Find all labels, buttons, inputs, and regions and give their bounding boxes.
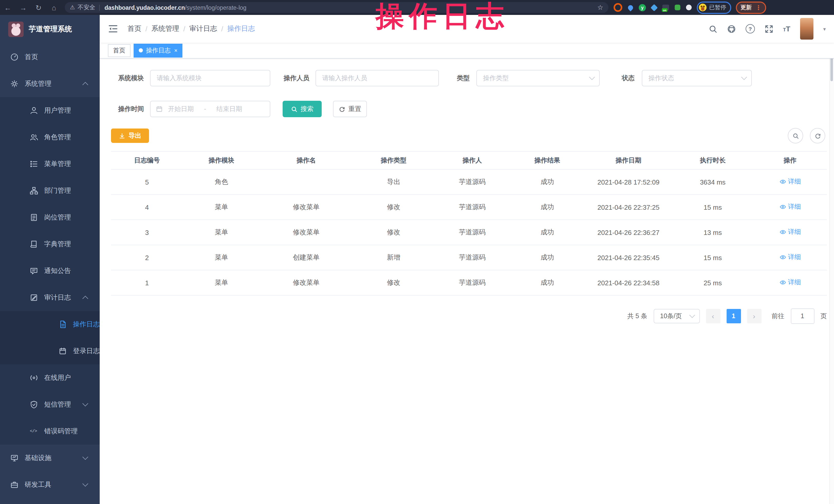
table-toolbar: 导出 <box>111 128 827 144</box>
extension-gem-icon[interactable] <box>651 4 658 11</box>
app-title: 芋道管理系统 <box>29 25 72 34</box>
user-avatar[interactable] <box>800 18 813 40</box>
help-icon[interactable]: ? <box>746 24 755 34</box>
pagination-total: 共 5 条 <box>627 312 647 321</box>
tab-home[interactable]: 首页 <box>108 44 131 57</box>
breadcrumb-home[interactable]: 首页 <box>128 24 141 34</box>
goto-page-input[interactable] <box>791 308 814 324</box>
page-scrollbar[interactable] <box>829 15 834 504</box>
status-select[interactable]: 操作状态 <box>642 70 752 86</box>
monitor-icon <box>10 454 19 462</box>
extension-switch-icon[interactable]: on <box>662 5 669 10</box>
sidebar-item-error-codes[interactable]: </> 错误码管理 <box>0 418 100 445</box>
prev-page-button[interactable]: ‹ <box>706 309 720 323</box>
breadcrumb-system[interactable]: 系统管理 <box>152 24 179 34</box>
breadcrumb: 首页 / 系统管理 / 审计日志 / 操作日志 <box>128 24 255 34</box>
table-row: 2菜单创建菜单新增芋道源码成功2021-04-26 22:35:4515 ms … <box>111 245 827 270</box>
operator-input-field[interactable] <box>316 70 438 86</box>
sidebar-item-audit-log[interactable]: 审计日志 <box>0 284 100 311</box>
github-icon[interactable] <box>727 24 736 33</box>
breadcrumb-audit[interactable]: 审计日志 <box>189 24 217 34</box>
browser-menu-dots-icon[interactable]: ⋮ <box>755 4 762 11</box>
extensions-puzzle-icon[interactable] <box>686 5 692 10</box>
sidebar-item-label: 用户管理 <box>44 106 71 115</box>
reset-button[interactable]: 重置 <box>333 101 367 117</box>
system-submenu: 用户管理 角色管理 菜单管理 部门管理 岗位管理 <box>0 97 100 445</box>
detail-link[interactable]: 详细 <box>779 177 801 186</box>
refresh-icon <box>814 132 821 139</box>
search-icon[interactable] <box>709 24 717 33</box>
sidebar-item-posts[interactable]: 岗位管理 <box>0 204 100 231</box>
next-page-button[interactable]: › <box>747 309 761 323</box>
extension-drop-icon[interactable] <box>627 4 634 11</box>
active-tab-dot <box>139 48 143 52</box>
sidebar-logo-row[interactable]: 芋道管理系统 <box>0 15 100 44</box>
browser-url-bar[interactable]: ⚠ 不安全 dashboard.yudao.iocoder.cn /system… <box>65 2 609 13</box>
browser-forward-icon[interactable]: → <box>16 3 31 12</box>
eye-icon <box>779 178 786 185</box>
tab-operate-log[interactable]: 操作日志 × <box>134 43 183 57</box>
extension-ring-icon[interactable] <box>614 3 622 12</box>
time-label: 操作时间 <box>111 105 144 113</box>
eye-icon <box>779 229 786 236</box>
export-button[interactable]: 导出 <box>111 129 149 143</box>
operate-log-table: 日志编号 操作模块 操作名 操作类型 操作人 操作结果 操作日期 执行时长 操作 <box>111 151 827 295</box>
browser-profile-paused[interactable]: 已暂停 <box>697 1 731 14</box>
extension-leaf-icon[interactable] <box>675 5 680 10</box>
menu-list-icon <box>30 160 38 168</box>
module-input-field[interactable] <box>151 70 270 86</box>
font-size-icon[interactable]: TT <box>783 25 790 32</box>
bookmark-star-icon[interactable]: ☆ <box>597 4 603 11</box>
sidebar-collapse-icon[interactable] <box>108 24 118 34</box>
page-number-1[interactable]: 1 <box>726 309 741 323</box>
type-select[interactable]: 操作类型 <box>476 70 600 86</box>
status-label: 状态 <box>620 74 635 83</box>
browser-back-icon[interactable]: ← <box>0 3 16 12</box>
browser-extensions: y on <box>614 3 692 12</box>
date-range-picker[interactable]: 开始日期 - 结束日期 <box>150 101 270 117</box>
sidebar-item-notices[interactable]: 通知公告 <box>0 258 100 284</box>
toggle-search-button[interactable] <box>788 128 803 144</box>
sidebar-item-sms[interactable]: 短信管理 <box>0 391 100 418</box>
browser-home-icon[interactable]: ⌂ <box>46 3 62 12</box>
refresh-table-button[interactable] <box>810 128 825 144</box>
sidebar-item-label: 系统管理 <box>25 79 51 88</box>
sidebar-item-dictionary[interactable]: 字典管理 <box>0 231 100 258</box>
download-icon <box>119 132 125 139</box>
sidebar-item-label: 首页 <box>25 52 38 62</box>
sidebar-item-menus[interactable]: 菜单管理 <box>0 151 100 177</box>
announcement-icon <box>30 267 38 275</box>
sidebar-item-dev-tools[interactable]: 研发工具 <box>0 472 100 498</box>
online-user-icon <box>30 374 38 382</box>
sidebar-item-online-users[interactable]: 在线用户 <box>0 365 100 391</box>
url-divider <box>100 4 100 10</box>
page-size-select[interactable]: 10条/页 <box>653 309 700 323</box>
extension-green-icon[interactable]: y <box>639 4 646 11</box>
operator-input[interactable] <box>315 70 439 86</box>
sidebar-item-infrastructure[interactable]: 基础设施 <box>0 445 100 472</box>
search-button[interactable]: 搜索 <box>283 101 322 117</box>
sidebar-item-users[interactable]: 用户管理 <box>0 97 100 124</box>
sidebar-item-login-log[interactable]: 登录日志 <box>0 338 100 365</box>
detail-link[interactable]: 详细 <box>779 228 801 237</box>
sidebar-item-roles[interactable]: 角色管理 <box>0 124 100 151</box>
security-label[interactable]: 不安全 <box>78 4 95 11</box>
gear-icon <box>10 80 19 88</box>
browser-update-button[interactable]: 更新 ⋮ <box>736 1 766 14</box>
main-area: 首页 / 系统管理 / 审计日志 / 操作日志 ? TT ▾ <box>100 15 834 504</box>
start-date-placeholder: 开始日期 <box>168 105 194 113</box>
sidebar-item-label: 菜单管理 <box>44 159 71 169</box>
browser-reload-icon[interactable]: ↻ <box>31 3 46 12</box>
fullscreen-icon[interactable] <box>765 24 773 33</box>
detail-link[interactable]: 详细 <box>779 278 801 287</box>
sidebar-item-operate-log[interactable]: 操作日志 <box>0 311 100 338</box>
close-tab-icon[interactable]: × <box>174 47 178 53</box>
avatar-caret-down-icon[interactable]: ▾ <box>823 26 826 31</box>
sidebar-item-label: 审计日志 <box>44 293 71 302</box>
module-input[interactable] <box>150 70 270 86</box>
detail-link[interactable]: 详细 <box>779 253 801 262</box>
detail-link[interactable]: 详细 <box>779 202 801 211</box>
sidebar-item-departments[interactable]: 部门管理 <box>0 177 100 204</box>
sidebar-item-home[interactable]: 首页 <box>0 44 100 70</box>
sidebar-item-system[interactable]: 系统管理 <box>0 70 100 97</box>
